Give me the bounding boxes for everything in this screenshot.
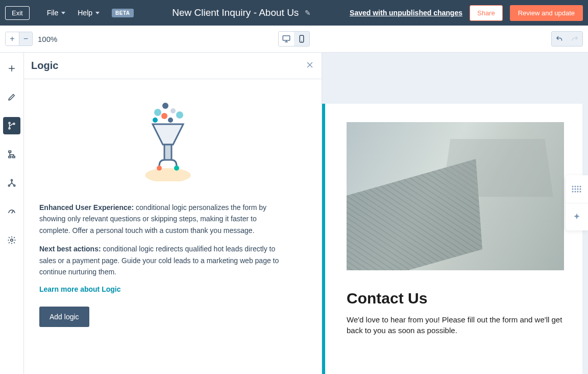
- svg-point-29: [575, 189, 576, 190]
- close-panel-button[interactable]: [305, 60, 314, 72]
- review-update-button[interactable]: Review and update: [510, 5, 583, 21]
- zoom-level: 100%: [38, 35, 57, 43]
- svg-rect-21: [164, 145, 172, 160]
- svg-point-14: [162, 103, 168, 109]
- redo-button[interactable]: [567, 32, 582, 46]
- rail-add-button[interactable]: [3, 60, 20, 77]
- description-2: Next best actions: conditional logic red…: [39, 243, 287, 277]
- top-bar: Exit File Help BETA New Client Inquiry -…: [0, 0, 588, 26]
- grid-tool-button[interactable]: [566, 175, 588, 203]
- funnel-illustration: [140, 100, 206, 181]
- rail-style-button[interactable]: [3, 88, 20, 106]
- svg-point-2: [301, 41, 302, 42]
- help-menu[interactable]: Help: [78, 9, 100, 17]
- svg-rect-6: [9, 151, 11, 152]
- chevron-down-icon: [95, 12, 100, 14]
- svg-rect-7: [9, 156, 11, 158]
- file-menu-label: File: [47, 9, 59, 17]
- beta-badge: BETA: [112, 9, 133, 17]
- undo-button[interactable]: [552, 32, 567, 46]
- rail-settings-button[interactable]: [3, 231, 20, 249]
- learn-more-link[interactable]: Learn more about Logic: [39, 285, 120, 293]
- gear-icon: [7, 236, 16, 245]
- svg-point-19: [153, 118, 158, 123]
- panel-body: Enhanced User Experience: conditional lo…: [24, 79, 322, 374]
- automation-icon: [7, 178, 16, 188]
- illustration-wrap: [39, 100, 306, 181]
- svg-point-9: [11, 179, 13, 181]
- zoom-buttons: + −: [5, 32, 33, 46]
- svg-point-18: [176, 111, 183, 119]
- plus-icon: [7, 64, 16, 73]
- svg-point-34: [577, 191, 579, 193]
- svg-point-26: [577, 186, 579, 188]
- undo-icon: [555, 34, 564, 43]
- preview-body-text: We'd love to hear from you! Please fill …: [347, 314, 564, 336]
- svg-point-15: [154, 109, 161, 116]
- svg-rect-8: [13, 156, 15, 158]
- svg-point-27: [580, 186, 581, 188]
- exit-button[interactable]: Exit: [5, 6, 30, 20]
- svg-point-16: [170, 108, 176, 113]
- svg-point-3: [9, 122, 10, 124]
- add-logic-button[interactable]: Add logic: [39, 307, 89, 327]
- page-title: New Client Inquiry - About Us: [172, 7, 299, 18]
- close-icon: [305, 60, 314, 69]
- svg-point-35: [580, 191, 581, 193]
- svg-point-12: [11, 239, 13, 242]
- preview-area: Contact Us We'd love to hear from you! P…: [322, 53, 588, 374]
- undo-redo-group: [551, 31, 583, 46]
- mobile-view-button[interactable]: [294, 32, 309, 46]
- funnel-icon: [140, 100, 206, 181]
- svg-point-31: [580, 189, 581, 190]
- svg-point-11: [14, 185, 15, 186]
- rail-performance-button[interactable]: [3, 203, 20, 220]
- svg-point-23: [174, 166, 179, 171]
- main-area: Logic: [0, 53, 588, 374]
- svg-point-13: [145, 168, 191, 181]
- floating-tools: [566, 175, 588, 230]
- svg-point-5: [13, 123, 15, 125]
- svg-point-4: [9, 128, 10, 129]
- description-1: Enhanced User Experience: conditional lo…: [39, 202, 287, 236]
- menu-group: File Help BETA: [47, 9, 134, 17]
- redo-icon: [570, 34, 579, 43]
- topbar-right: Saved with unpublished changes Share Rev…: [350, 5, 583, 21]
- pencil-icon: [7, 92, 16, 102]
- help-menu-label: Help: [78, 9, 92, 17]
- zoom-out-button[interactable]: −: [19, 32, 32, 45]
- zoom-in-button[interactable]: +: [6, 32, 19, 45]
- share-button[interactable]: Share: [470, 5, 503, 21]
- svg-point-24: [572, 186, 574, 188]
- panel-header: Logic: [24, 53, 322, 79]
- panel-title: Logic: [31, 60, 58, 72]
- svg-point-10: [8, 185, 10, 186]
- desktop-view-button[interactable]: [279, 32, 294, 46]
- grid-dots-icon: [572, 185, 582, 193]
- svg-point-20: [168, 118, 173, 123]
- device-toggle: [278, 31, 310, 46]
- svg-point-25: [575, 186, 576, 188]
- chevron-down-icon: [61, 12, 65, 14]
- left-rail: [0, 53, 24, 374]
- svg-point-33: [575, 191, 576, 193]
- branch-icon: [7, 121, 16, 130]
- file-menu[interactable]: File: [47, 9, 66, 17]
- rail-steps-button[interactable]: [3, 146, 20, 163]
- title-wrap: New Client Inquiry - About Us ✎: [144, 7, 340, 18]
- description-1-bold: Enhanced User Experience:: [39, 203, 134, 212]
- saved-status-link[interactable]: Saved with unpublished changes: [350, 9, 462, 17]
- sparkle-icon: [572, 212, 582, 222]
- svg-point-30: [577, 189, 579, 190]
- preview-hero-image: [347, 122, 564, 270]
- svg-point-22: [157, 166, 162, 171]
- rail-logic-button[interactable]: [3, 117, 20, 134]
- desktop-icon: [282, 34, 291, 43]
- form-preview[interactable]: Contact Us We'd love to hear from you! P…: [322, 104, 582, 374]
- edit-title-icon[interactable]: ✎: [305, 9, 311, 17]
- logic-panel: Logic: [24, 53, 322, 374]
- ai-tool-button[interactable]: [566, 203, 588, 230]
- zoom-group: + − 100%: [5, 32, 57, 46]
- rail-automation-button[interactable]: [3, 174, 20, 192]
- hierarchy-icon: [7, 150, 16, 159]
